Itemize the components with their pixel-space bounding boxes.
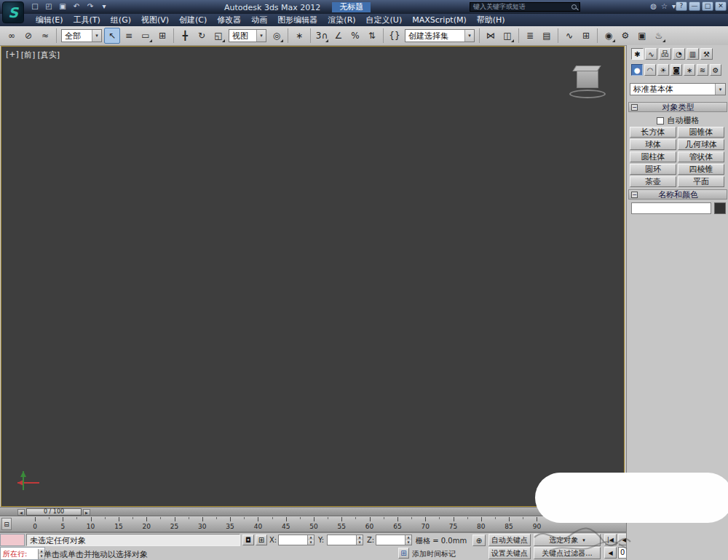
pyramid-button[interactable]: 四棱锥	[678, 164, 724, 175]
infocenter-search-input[interactable]: 键入关键字或短语	[470, 2, 580, 12]
menu-create[interactable]: 创建(C)	[174, 15, 212, 25]
time-slider-next-icon[interactable]: ▶	[83, 509, 90, 516]
viewport-shading-menu[interactable]: [真实]	[37, 50, 60, 60]
geometry-class-dropdown[interactable]: 标准基本体 ▾	[630, 83, 726, 95]
mini-curve-editor-icon[interactable]: ⊟	[1, 518, 12, 530]
menu-maxscript[interactable]: MAXScript(M)	[407, 15, 472, 25]
spin-down-icon[interactable]: ▼	[405, 540, 411, 545]
tab-hierarchy-icon[interactable]: 品	[659, 48, 671, 60]
coord-x-field[interactable]: ▲ ▼	[278, 535, 314, 545]
viewcube[interactable]	[569, 66, 606, 100]
snap-toggle-3d-icon[interactable]: 3∩	[314, 28, 330, 44]
percent-snap-icon[interactable]: %	[347, 28, 363, 44]
reference-coordinate-dropdown[interactable]: 视图 ▾	[229, 29, 266, 42]
geosphere-button[interactable]: 几何球体	[678, 139, 724, 150]
communication-center-icon[interactable]: ◍	[650, 2, 657, 10]
angle-snap-icon[interactable]: ∠	[331, 28, 347, 44]
category-systems-icon[interactable]: ⚙	[710, 64, 721, 76]
mirror-icon[interactable]: ⋈	[483, 28, 499, 44]
chevron-down-icon[interactable]: ▾	[715, 84, 725, 95]
rollout-object-type[interactable]: − 对象类型	[628, 102, 727, 112]
autogrid-checkbox[interactable]	[657, 117, 664, 125]
rendered-frame-window-icon[interactable]: ▣	[634, 28, 650, 44]
category-lights-icon[interactable]: ☀	[657, 64, 669, 76]
select-and-scale-icon[interactable]: ◱	[210, 28, 226, 44]
coord-x-spinner[interactable]: ▲ ▼	[307, 535, 314, 545]
maximize-icon[interactable]: □	[702, 1, 713, 11]
help-icon[interactable]: ?	[676, 1, 687, 11]
use-center-icon[interactable]: ◎	[269, 28, 285, 44]
undo-icon[interactable]: ↶	[71, 1, 82, 12]
viewport-pov-menu[interactable]: [前]	[21, 50, 36, 60]
macro-recorder-pane[interactable]	[0, 534, 25, 546]
collapse-icon[interactable]: −	[631, 192, 638, 198]
set-keys-icon[interactable]: ⊕	[472, 535, 486, 546]
object-name-input[interactable]	[631, 202, 711, 214]
menu-graph-editors[interactable]: 图形编辑器	[272, 15, 323, 25]
category-geometry-icon[interactable]: ●	[631, 64, 643, 76]
save-file-icon[interactable]: ▣	[57, 1, 68, 12]
cone-button[interactable]: 圆锥体	[678, 127, 724, 138]
category-spacewarps-icon[interactable]: ≋	[697, 64, 708, 76]
bind-to-space-warp-icon[interactable]: ≈	[37, 28, 53, 44]
edit-named-sets-icon[interactable]: {}	[387, 28, 403, 44]
tab-modify-icon[interactable]: ∿	[645, 48, 657, 60]
maxscript-listener-pane[interactable]: 所在行: ▲ ▼	[0, 547, 45, 560]
menu-animation[interactable]: 动画	[246, 15, 272, 25]
open-file-icon[interactable]: ◰	[43, 1, 55, 12]
material-editor-icon[interactable]: ◉	[601, 28, 617, 44]
time-slider-prev-icon[interactable]: ◀	[17, 509, 25, 516]
coord-y-field[interactable]: ▲ ▼	[327, 535, 363, 545]
quick-access-flyout-icon[interactable]: ▾	[98, 1, 110, 12]
graphite-ribbon-icon[interactable]: ▤	[539, 28, 555, 44]
align-icon[interactable]: ◫	[499, 28, 515, 44]
time-slider-handle[interactable]: 0 / 100	[26, 508, 82, 516]
close-icon[interactable]: ✕	[715, 1, 727, 11]
search-icon[interactable]	[571, 4, 577, 9]
viewcube-compass-ring[interactable]	[569, 90, 606, 98]
layer-manager-icon[interactable]: ≣	[522, 28, 538, 44]
render-setup-icon[interactable]: ⚙	[617, 28, 633, 44]
unlink-selection-icon[interactable]: ⊘	[20, 28, 36, 44]
box-button[interactable]: 长方体	[630, 127, 676, 138]
menu-help[interactable]: 帮助(H)	[472, 15, 510, 25]
menu-group[interactable]: 组(G)	[106, 15, 136, 25]
spinner-snap-icon[interactable]: ⇅	[364, 28, 380, 44]
category-shapes-icon[interactable]: ◠	[644, 64, 656, 76]
menu-tools[interactable]: 工具(T)	[68, 15, 106, 25]
select-by-name-icon[interactable]: ≡	[121, 28, 137, 44]
rollout-name-color[interactable]: − 名称和颜色	[628, 189, 727, 200]
select-and-manipulate-icon[interactable]: ∗	[291, 28, 307, 44]
schematic-view-icon[interactable]: ⊞	[578, 28, 594, 44]
menu-edit[interactable]: 编辑(E)	[31, 15, 68, 25]
select-and-move-icon[interactable]: ╋	[177, 28, 193, 44]
absolute-offset-mode-icon[interactable]: ⊞	[256, 535, 267, 545]
spin-down-icon[interactable]: ▼	[357, 540, 363, 545]
viewport-front[interactable]: [+] [前] [真实]	[1, 46, 625, 507]
menu-rendering[interactable]: 渲染(R)	[323, 15, 360, 25]
teapot-button[interactable]: 茶壶	[630, 176, 676, 187]
chevron-down-icon[interactable]: ▾	[92, 30, 101, 42]
spin-down-icon[interactable]: ▼	[308, 540, 314, 545]
sphere-button[interactable]: 球体	[630, 139, 676, 150]
collapse-icon[interactable]: −	[631, 104, 638, 111]
category-cameras-icon[interactable]: ◙	[670, 64, 682, 76]
torus-button[interactable]: 圆环	[630, 164, 676, 175]
add-time-tag-label[interactable]: 添加时间标记	[412, 549, 456, 559]
select-object-icon[interactable]: ↖	[104, 28, 120, 44]
menu-views[interactable]: 视图(V)	[136, 15, 174, 25]
selection-filter-dropdown[interactable]: 全部 ▾	[61, 29, 102, 42]
selection-region-icon[interactable]: ▭	[138, 28, 154, 44]
object-color-swatch[interactable]	[714, 202, 726, 214]
viewport-general-menu[interactable]: [+]	[6, 50, 19, 60]
3dsmax-logo[interactable]: S	[2, 1, 24, 23]
render-production-icon[interactable]: ♨	[651, 28, 667, 44]
category-helpers-icon[interactable]: ∗	[684, 64, 695, 76]
coord-z-spinner[interactable]: ▲ ▼	[405, 535, 411, 545]
coord-z-field[interactable]: ▲ ▼	[376, 535, 412, 545]
time-tag-icon[interactable]: ⊞	[398, 548, 409, 559]
select-and-rotate-icon[interactable]: ↻	[194, 28, 210, 44]
tab-motion-icon[interactable]: ◔	[673, 48, 685, 60]
coord-y-spinner[interactable]: ▲ ▼	[356, 535, 363, 545]
chevron-down-icon[interactable]: ▾	[256, 30, 266, 42]
